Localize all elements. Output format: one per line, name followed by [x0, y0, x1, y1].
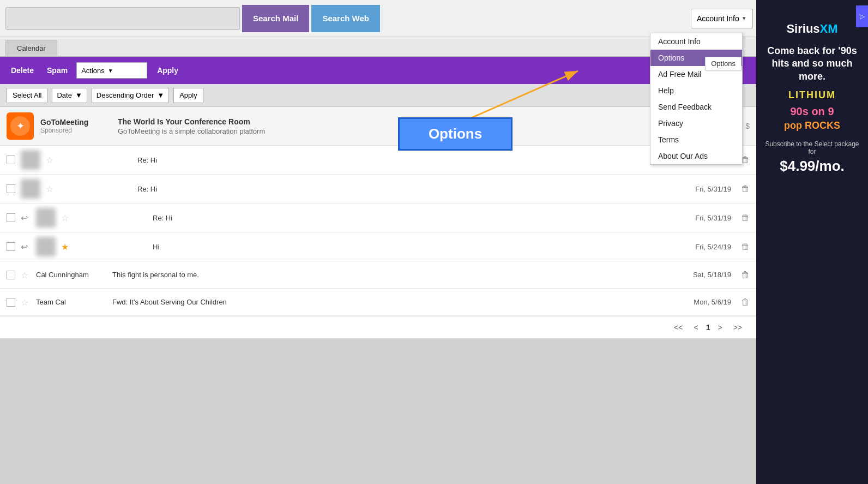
sponsored-sender: GoToMeeting Sponsored: [40, 118, 111, 134]
menu-item-about-our-ads[interactable]: About Our Ads: [650, 148, 742, 164]
sponsored-preview: GoToMeeting is a simple collaboration pl…: [118, 127, 265, 135]
ad-sidebar: ▷ SiriusXM Come back for '90s hits and s…: [756, 0, 868, 484]
email-date: Fri, 5/31/19: [677, 214, 731, 222]
menu-item-privacy[interactable]: Privacy: [650, 115, 742, 132]
email-checkbox[interactable]: [7, 298, 15, 307]
sponsored-subject: The World Is Your Conference Room: [118, 117, 265, 126]
sort-order-label: Descending Order: [97, 91, 154, 99]
chevron-down-icon: ▼: [157, 91, 164, 99]
ad-headline: Come back for '90s hits and so much more…: [762, 45, 863, 83]
avatar: [36, 208, 56, 228]
chevron-down-icon: ▼: [75, 91, 82, 99]
star-icon[interactable]: ☆: [21, 297, 31, 307]
sponsored-logo-inner: ✦: [10, 116, 30, 136]
menu-item-send-feedback[interactable]: Send Feedback: [650, 99, 742, 115]
email-row[interactable]: ☆ Cal Cunningham This fight is personal …: [0, 261, 756, 289]
top-bar: Search Mail Search Web Account Info ▼ Go…: [0, 0, 868, 37]
apply-button[interactable]: Apply: [152, 64, 184, 77]
sponsored-content: The World Is Your Conference Room GoToMe…: [118, 117, 265, 135]
sort-order-dropdown[interactable]: Descending Order ▼: [92, 88, 169, 103]
email-subject: Fwd: It's About Serving Our Children: [112, 298, 671, 306]
email-list: ✦ GoToMeeting Sponsored The World Is You…: [0, 107, 756, 338]
star-icon[interactable]: ☆: [61, 213, 71, 223]
ad-expand-button[interactable]: ▷: [856, 5, 868, 27]
trash-icon[interactable]: 🗑: [741, 270, 750, 280]
email-row[interactable]: ↩ ☆ Re: Hi Fri, 5/31/19 🗑: [0, 204, 756, 232]
search-mail-button[interactable]: Search Mail: [242, 5, 309, 32]
email-subject: Re: Hi: [137, 185, 671, 193]
chevron-down-icon: ▼: [742, 15, 747, 21]
sirius-xm-brand: SiriusXM: [786, 22, 837, 35]
options-tooltip-label: Options: [705, 57, 742, 70]
prev-page-button[interactable]: <: [690, 322, 701, 333]
search-web-button[interactable]: Search Web: [311, 5, 380, 32]
email-row[interactable]: ↩ ★ Hi Fri, 5/24/19 🗑: [0, 232, 756, 261]
actions-label: Actions: [81, 67, 105, 75]
account-dropdown-menu: Account Info Options Ad Free Mail Help S…: [650, 33, 743, 165]
star-icon[interactable]: ☆: [21, 270, 31, 280]
trash-icon[interactable]: 🗑: [741, 242, 750, 252]
delete-button[interactable]: Delete: [7, 64, 38, 77]
chevron-down-icon: ▼: [108, 68, 113, 74]
trash-icon[interactable]: 🗑: [741, 297, 750, 307]
email-row[interactable]: ☆ Re: Hi Fri, 5/31/19 🗑: [0, 146, 756, 175]
star-icon: ✦: [16, 120, 25, 132]
menu-item-terms[interactable]: Terms: [650, 132, 742, 148]
email-checkbox[interactable]: [7, 184, 15, 193]
search-input[interactable]: [5, 7, 240, 30]
sponsored-logo: ✦: [7, 112, 34, 140]
current-page: 1: [706, 323, 710, 332]
ad-brand-90s: 90s on 9: [762, 105, 863, 118]
sender-name: Team Cal: [36, 298, 107, 306]
reply-icon: ↩: [21, 213, 31, 223]
menu-item-account-info[interactable]: Account Info: [650, 33, 742, 50]
account-info-label: Account Info: [697, 14, 739, 23]
sponsored-email-row[interactable]: ✦ GoToMeeting Sponsored The World Is You…: [0, 107, 756, 146]
email-date: Fri, 5/31/19: [677, 185, 731, 193]
avatar: [36, 237, 56, 256]
sort-by-dropdown[interactable]: Date ▼: [52, 88, 87, 103]
email-date: Sat, 5/18/19: [677, 271, 731, 279]
avatar: [21, 150, 40, 170]
sender-name: Cal Cunningham: [36, 271, 107, 279]
email-row[interactable]: ☆ Re: Hi Fri, 5/31/19 🗑: [0, 175, 756, 204]
email-subject: Hi: [153, 243, 671, 251]
email-subject: This fight is personal to me.: [112, 271, 671, 279]
star-icon[interactable]: ☆: [46, 155, 56, 165]
ad-subscribe-text: Subscribe to the Select package for: [762, 140, 863, 156]
email-date: Mon, 5/6/19: [677, 298, 731, 306]
star-icon[interactable]: ★: [61, 242, 71, 252]
apply-sort-button[interactable]: Apply: [173, 88, 203, 103]
email-checkbox[interactable]: [7, 242, 15, 251]
star-icon[interactable]: ☆: [46, 184, 56, 194]
select-all-button[interactable]: Select All: [7, 88, 47, 103]
menu-item-help[interactable]: Help: [650, 82, 742, 99]
ad-price: $4.99/mo.: [762, 158, 863, 175]
trash-icon[interactable]: 🗑: [741, 184, 750, 194]
email-subject: Re: Hi: [153, 214, 671, 222]
email-checkbox[interactable]: [7, 271, 15, 279]
email-date: Fri, 5/24/19: [677, 243, 731, 251]
ad-brand-lithium: LITHIUM: [762, 89, 863, 101]
tab-calendar[interactable]: Calendar: [5, 40, 57, 56]
sponsored-sender-name: GoToMeeting: [40, 118, 111, 127]
email-row[interactable]: ☆ Team Cal Fwd: It's About Serving Our C…: [0, 289, 756, 316]
email-checkbox[interactable]: [7, 213, 15, 222]
last-page-button[interactable]: >>: [730, 322, 745, 333]
spam-button[interactable]: Spam: [43, 64, 72, 77]
sirius-xm-ad: SiriusXM Come back for '90s hits and so …: [756, 11, 868, 186]
avatar: [21, 179, 40, 199]
next-page-button[interactable]: >: [714, 322, 725, 333]
reply-icon: ↩: [21, 242, 31, 252]
first-page-button[interactable]: <<: [671, 322, 686, 333]
ad-brand-pop-rocks: pop ROCKS: [762, 120, 863, 132]
sort-by-label: Date: [57, 91, 71, 99]
email-checkbox[interactable]: [7, 156, 15, 164]
pagination: << < 1 > >>: [0, 316, 756, 338]
actions-dropdown[interactable]: Actions ▼: [76, 62, 147, 79]
sponsored-sender-type: Sponsored: [40, 127, 111, 134]
sponsored-price: $: [745, 122, 750, 130]
sirius-xm-logo: SiriusXM: [762, 22, 863, 36]
account-info-dropdown[interactable]: Account Info ▼: [691, 9, 753, 28]
trash-icon[interactable]: 🗑: [741, 213, 750, 223]
